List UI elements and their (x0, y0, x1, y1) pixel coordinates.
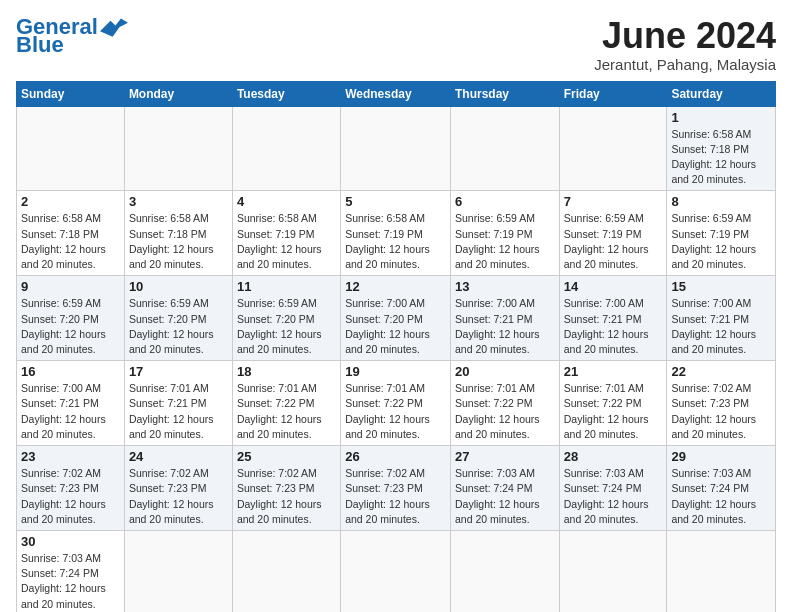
calendar-cell: 28Sunrise: 7:03 AMSunset: 7:24 PMDayligh… (559, 446, 667, 531)
day-info: Sunrise: 7:02 AMSunset: 7:23 PMDaylight:… (129, 466, 228, 527)
day-info: Sunrise: 7:03 AMSunset: 7:24 PMDaylight:… (671, 466, 771, 527)
day-number: 24 (129, 449, 228, 464)
calendar-cell: 29Sunrise: 7:03 AMSunset: 7:24 PMDayligh… (667, 446, 776, 531)
day-info: Sunrise: 6:59 AMSunset: 7:19 PMDaylight:… (455, 211, 555, 272)
day-number: 3 (129, 194, 228, 209)
week-row-6: 30Sunrise: 7:03 AMSunset: 7:24 PMDayligh… (17, 530, 776, 612)
day-number: 4 (237, 194, 336, 209)
calendar-cell: 12Sunrise: 7:00 AMSunset: 7:20 PMDayligh… (341, 276, 451, 361)
calendar-cell: 23Sunrise: 7:02 AMSunset: 7:23 PMDayligh… (17, 446, 125, 531)
week-row-4: 16Sunrise: 7:00 AMSunset: 7:21 PMDayligh… (17, 361, 776, 446)
day-info: Sunrise: 7:03 AMSunset: 7:24 PMDaylight:… (564, 466, 663, 527)
day-number: 20 (455, 364, 555, 379)
day-info: Sunrise: 7:02 AMSunset: 7:23 PMDaylight:… (671, 381, 771, 442)
day-number: 25 (237, 449, 336, 464)
day-number: 22 (671, 364, 771, 379)
calendar-cell: 24Sunrise: 7:02 AMSunset: 7:23 PMDayligh… (124, 446, 232, 531)
day-info: Sunrise: 7:01 AMSunset: 7:22 PMDaylight:… (237, 381, 336, 442)
day-info: Sunrise: 6:58 AMSunset: 7:18 PMDaylight:… (129, 211, 228, 272)
calendar-cell: 9Sunrise: 6:59 AMSunset: 7:20 PMDaylight… (17, 276, 125, 361)
day-info: Sunrise: 7:01 AMSunset: 7:22 PMDaylight:… (455, 381, 555, 442)
calendar-cell: 10Sunrise: 6:59 AMSunset: 7:20 PMDayligh… (124, 276, 232, 361)
weekday-header-sunday: Sunday (17, 81, 125, 106)
weekday-header-tuesday: Tuesday (232, 81, 340, 106)
calendar-cell (341, 106, 451, 191)
calendar-cell: 3Sunrise: 6:58 AMSunset: 7:18 PMDaylight… (124, 191, 232, 276)
weekday-header-monday: Monday (124, 81, 232, 106)
day-info: Sunrise: 6:59 AMSunset: 7:19 PMDaylight:… (564, 211, 663, 272)
calendar-cell: 26Sunrise: 7:02 AMSunset: 7:23 PMDayligh… (341, 446, 451, 531)
svg-marker-0 (100, 19, 128, 37)
day-number: 6 (455, 194, 555, 209)
day-number: 8 (671, 194, 771, 209)
week-row-5: 23Sunrise: 7:02 AMSunset: 7:23 PMDayligh… (17, 446, 776, 531)
logo-bird-icon (100, 17, 128, 37)
calendar-cell: 25Sunrise: 7:02 AMSunset: 7:23 PMDayligh… (232, 446, 340, 531)
calendar-cell: 11Sunrise: 6:59 AMSunset: 7:20 PMDayligh… (232, 276, 340, 361)
calendar-cell: 13Sunrise: 7:00 AMSunset: 7:21 PMDayligh… (450, 276, 559, 361)
day-info: Sunrise: 7:01 AMSunset: 7:22 PMDaylight:… (564, 381, 663, 442)
day-number: 17 (129, 364, 228, 379)
week-row-2: 2Sunrise: 6:58 AMSunset: 7:18 PMDaylight… (17, 191, 776, 276)
day-info: Sunrise: 7:02 AMSunset: 7:23 PMDaylight:… (345, 466, 446, 527)
calendar-cell: 27Sunrise: 7:03 AMSunset: 7:24 PMDayligh… (450, 446, 559, 531)
day-number: 15 (671, 279, 771, 294)
day-info: Sunrise: 7:02 AMSunset: 7:23 PMDaylight:… (237, 466, 336, 527)
calendar-cell: 19Sunrise: 7:01 AMSunset: 7:22 PMDayligh… (341, 361, 451, 446)
day-number: 11 (237, 279, 336, 294)
calendar-cell (559, 106, 667, 191)
calendar-cell (232, 106, 340, 191)
calendar-cell: 20Sunrise: 7:01 AMSunset: 7:22 PMDayligh… (450, 361, 559, 446)
day-info: Sunrise: 7:01 AMSunset: 7:22 PMDaylight:… (345, 381, 446, 442)
page-header: General Blue June 2024 Jerantut, Pahang,… (16, 16, 776, 73)
calendar-cell: 2Sunrise: 6:58 AMSunset: 7:18 PMDaylight… (17, 191, 125, 276)
location-title: Jerantut, Pahang, Malaysia (594, 56, 776, 73)
day-info: Sunrise: 6:59 AMSunset: 7:20 PMDaylight:… (21, 296, 120, 357)
calendar-cell: 7Sunrise: 6:59 AMSunset: 7:19 PMDaylight… (559, 191, 667, 276)
calendar-cell: 17Sunrise: 7:01 AMSunset: 7:21 PMDayligh… (124, 361, 232, 446)
calendar-cell (450, 106, 559, 191)
month-title: June 2024 (594, 16, 776, 56)
day-number: 10 (129, 279, 228, 294)
day-info: Sunrise: 6:58 AMSunset: 7:18 PMDaylight:… (21, 211, 120, 272)
day-info: Sunrise: 7:02 AMSunset: 7:23 PMDaylight:… (21, 466, 120, 527)
calendar-cell: 21Sunrise: 7:01 AMSunset: 7:22 PMDayligh… (559, 361, 667, 446)
calendar-cell (667, 530, 776, 612)
day-number: 7 (564, 194, 663, 209)
calendar-cell: 1Sunrise: 6:58 AMSunset: 7:18 PMDaylight… (667, 106, 776, 191)
day-info: Sunrise: 6:59 AMSunset: 7:19 PMDaylight:… (671, 211, 771, 272)
calendar-table: SundayMondayTuesdayWednesdayThursdayFrid… (16, 81, 776, 612)
day-info: Sunrise: 6:59 AMSunset: 7:20 PMDaylight:… (129, 296, 228, 357)
day-number: 2 (21, 194, 120, 209)
day-info: Sunrise: 7:00 AMSunset: 7:21 PMDaylight:… (671, 296, 771, 357)
week-row-3: 9Sunrise: 6:59 AMSunset: 7:20 PMDaylight… (17, 276, 776, 361)
calendar-cell: 18Sunrise: 7:01 AMSunset: 7:22 PMDayligh… (232, 361, 340, 446)
calendar-cell: 16Sunrise: 7:00 AMSunset: 7:21 PMDayligh… (17, 361, 125, 446)
day-number: 18 (237, 364, 336, 379)
calendar-cell: 6Sunrise: 6:59 AMSunset: 7:19 PMDaylight… (450, 191, 559, 276)
day-number: 30 (21, 534, 120, 549)
title-area: June 2024 Jerantut, Pahang, Malaysia (594, 16, 776, 73)
day-info: Sunrise: 6:58 AMSunset: 7:18 PMDaylight:… (671, 127, 771, 188)
day-info: Sunrise: 7:00 AMSunset: 7:21 PMDaylight:… (564, 296, 663, 357)
calendar-cell (341, 530, 451, 612)
weekday-header-thursday: Thursday (450, 81, 559, 106)
day-info: Sunrise: 7:01 AMSunset: 7:21 PMDaylight:… (129, 381, 228, 442)
logo-blue-text: Blue (16, 32, 64, 58)
calendar-cell (124, 530, 232, 612)
day-info: Sunrise: 7:03 AMSunset: 7:24 PMDaylight:… (455, 466, 555, 527)
day-info: Sunrise: 7:00 AMSunset: 7:21 PMDaylight:… (455, 296, 555, 357)
day-number: 27 (455, 449, 555, 464)
day-number: 26 (345, 449, 446, 464)
weekday-header-friday: Friday (559, 81, 667, 106)
calendar-cell (450, 530, 559, 612)
day-info: Sunrise: 7:03 AMSunset: 7:24 PMDaylight:… (21, 551, 120, 612)
day-number: 9 (21, 279, 120, 294)
weekday-header-wednesday: Wednesday (341, 81, 451, 106)
day-number: 14 (564, 279, 663, 294)
calendar-cell (232, 530, 340, 612)
logo: General Blue (16, 16, 128, 58)
day-number: 21 (564, 364, 663, 379)
calendar-cell: 5Sunrise: 6:58 AMSunset: 7:19 PMDaylight… (341, 191, 451, 276)
weekday-header-row: SundayMondayTuesdayWednesdayThursdayFrid… (17, 81, 776, 106)
